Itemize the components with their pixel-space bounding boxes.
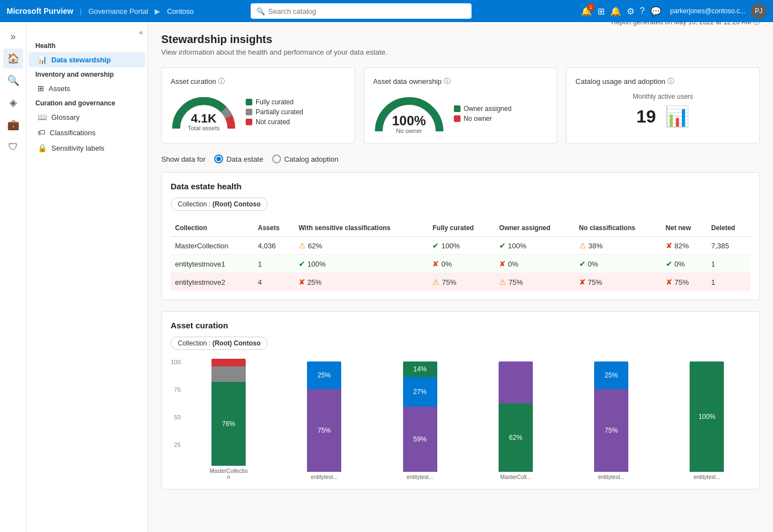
bar-segment: 76% (211, 382, 246, 466)
bar-segment (211, 366, 246, 382)
asset-curation-legend: Fully curated Partially curated Not cura… (246, 98, 303, 126)
cell-deleted: 1 (707, 255, 750, 273)
ok-icon: ✔ (432, 241, 439, 250)
legend-dot-fully-curated (246, 99, 252, 105)
legend-owner-assigned: Owner assigned (454, 105, 512, 113)
bar-group: 62%MasterColl... (472, 359, 559, 480)
warn-icon: ⚠ (299, 241, 306, 250)
sidebar-item-sensitivity[interactable]: 🔒 Sensitivity labels (29, 140, 145, 156)
cell-net-new: ✔ 0% (661, 255, 707, 273)
brand-name: Microsoft Purview (7, 7, 73, 15)
bar-segment: 14% (403, 361, 437, 377)
bar-segment (211, 359, 246, 366)
cell-no-classifications: ✘ 75% (575, 273, 661, 291)
sidebar-item-classifications[interactable]: 🏷 Classifications (29, 125, 145, 140)
notification-badge: 1 (587, 3, 595, 11)
cell-no-classifications: ⚠ 38% (575, 237, 661, 255)
nav-collapse-expand[interactable]: » (3, 26, 23, 46)
glossary-icon: 📖 (38, 113, 47, 121)
sidebar-item-glossary-label: Glossary (51, 113, 80, 121)
collapse-icon[interactable]: « (139, 29, 143, 36)
legend-dot-owner-assigned (454, 105, 460, 112)
cell-net-new: ✘ 75% (661, 273, 707, 291)
asset-ownership-info-icon[interactable]: ⓘ (444, 77, 451, 86)
collection-pill-curation[interactable]: Collection : (Root) Contoso (171, 337, 268, 350)
search-input[interactable] (268, 7, 466, 15)
sidebar-collapse-button[interactable]: « (27, 26, 147, 39)
help-icon[interactable]: ? (640, 6, 645, 16)
bar-group: 14%27%59%entitytest... (377, 359, 463, 480)
donut-chart: 4.1K Total assets (171, 93, 237, 131)
gauge-value: 100% (392, 114, 426, 127)
sidebar-item-sensitivity-label: Sensitivity labels (51, 144, 104, 152)
bell-icon[interactable]: 🔔 (610, 6, 621, 17)
nav-home-icon[interactable]: 🏠 (3, 49, 23, 68)
asset-curation-info-icon[interactable]: ⓘ (218, 77, 225, 86)
table-row: entitytestmove2 4 ✘ 25% ⚠ 75% ⚠ 75% ✘ 75… (171, 273, 750, 291)
bar-chart-icon: 📊 (665, 105, 690, 128)
page-subtitle: View information about the health and pe… (161, 48, 388, 56)
bar-segment: 75% (307, 389, 341, 472)
settings-icon[interactable]: ⚙ (627, 6, 634, 17)
nav-data-icon[interactable]: ◈ (3, 93, 23, 113)
notification-icon[interactable]: 🔔 1 (581, 6, 592, 17)
sidebar-item-assets[interactable]: ⊞ Assets (29, 81, 145, 96)
radio-data-estate[interactable]: Data estate (214, 155, 263, 163)
radio-catalog-adoption[interactable]: Catalog adoption (272, 155, 338, 163)
donut-area: 4.1K Total assets Fully curated Partiall… (171, 93, 346, 131)
stacked-bar: 100% (690, 361, 724, 472)
tenant-name: Contoso (167, 7, 193, 15)
col-fully-curated: Fully curated (428, 220, 495, 237)
nav-icons: 🔔 1 ⊞ 🔔 ⚙ ? 💬 parkerjones@contoso.c... P… (581, 3, 766, 19)
bar-label: entitytest... (406, 474, 433, 480)
err-icon: ✘ (499, 259, 506, 268)
bar-group: 25%75%entitytest... (281, 359, 368, 480)
main-layout: » 🏠 🔍 ◈ 💼 🛡 « Health 📊 Data stewardship … (0, 22, 773, 532)
apps-icon[interactable]: ⊞ (597, 6, 605, 17)
cell-assets: 4 (253, 273, 294, 291)
search-bar[interactable]: 🔍 (251, 3, 472, 19)
show-data-for-label: Show data for (161, 155, 205, 163)
bar-segment: 75% (594, 389, 628, 472)
table-row: MasterCollection 4,036 ⚠ 62% ✔ 100% ✔ 10… (171, 237, 750, 255)
ok-icon: ✔ (666, 259, 673, 268)
warn-icon: ⚠ (579, 241, 586, 250)
collection-pill-health[interactable]: Collection : (Root) Contoso (171, 198, 268, 211)
nav-shield-icon[interactable]: 🛡 (3, 137, 23, 157)
stacked-bar: 25%75% (307, 361, 341, 472)
ok-icon: ✔ (299, 259, 305, 268)
y-label-75: 75 (174, 386, 181, 393)
sidebar-item-data-stewardship-label: Data stewardship (51, 56, 111, 64)
bar-label: entitytest... (311, 474, 337, 480)
col-collection: Collection (171, 220, 253, 237)
gauge-center: 100% No owner (392, 114, 426, 134)
bar-label: entitytest... (693, 474, 720, 480)
nav-search-icon[interactable]: 🔍 (3, 71, 23, 91)
bar-label: entitytest... (598, 474, 624, 480)
asset-ownership-title: Asset data ownership ⓘ (373, 77, 548, 86)
table-row: entitytestmove1 1 ✔ 100% ✘ 0% ✘ 0% ✔ 0% … (171, 255, 750, 273)
sidebar-item-data-stewardship[interactable]: 📊 Data stewardship (29, 52, 145, 67)
col-sensitive: With sensitive classifications (294, 220, 428, 237)
health-table: Collection Assets With sensitive classif… (171, 220, 750, 291)
sidebar-section-health: Health (27, 39, 147, 52)
radio-catalog-adoption-circle[interactable] (272, 155, 281, 163)
asset-curation-title: Asset curation ⓘ (171, 77, 346, 86)
sidebar-item-glossary[interactable]: 📖 Glossary (29, 109, 145, 125)
avatar[interactable]: PJ (751, 3, 766, 19)
gauge-chart: 100% No owner (373, 93, 445, 134)
radio-data-estate-circle[interactable] (214, 155, 223, 163)
catalog-usage-info-icon[interactable]: ⓘ (668, 77, 674, 86)
col-assets: Assets (253, 220, 294, 237)
bar-label: MasterColl... (500, 474, 531, 480)
cell-deleted: 1 (707, 273, 750, 291)
nav-briefcase-icon[interactable]: 💼 (3, 115, 23, 135)
sidebar-section-inventory: Inventory and ownership (27, 67, 147, 81)
monthly-users-count: 19 (636, 107, 656, 127)
bar-segment: 62% (499, 403, 533, 472)
sidebar-item-assets-label: Assets (49, 84, 70, 93)
feedback-icon[interactable]: 💬 (650, 6, 661, 17)
bar-label: MasterCollection (209, 468, 248, 480)
stacked-bar: 14%27%59% (403, 361, 437, 472)
err-icon: ✘ (666, 241, 673, 250)
